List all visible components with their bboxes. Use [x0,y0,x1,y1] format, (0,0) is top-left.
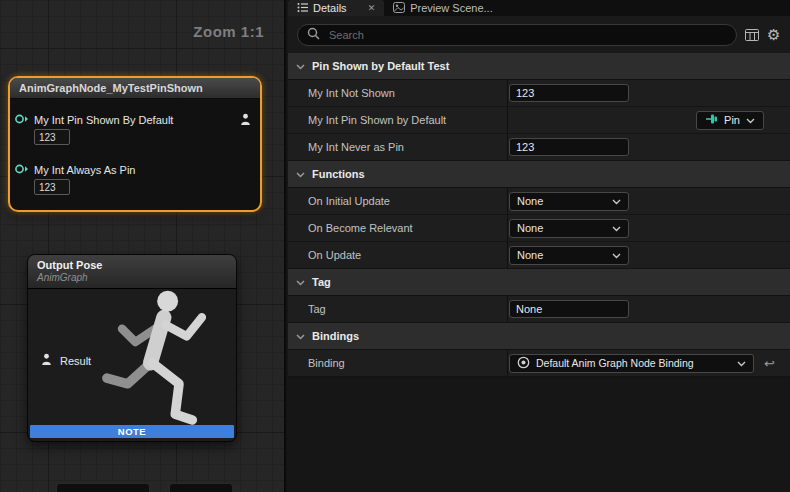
property-row-my-int-never-as-pin: My Int Never as Pin [288,134,790,161]
dropdown-value: None [517,222,606,234]
my-int-not-shown-input[interactable] [509,84,629,102]
property-row-binding: Binding Default Anim Graph Node Binding … [288,350,790,377]
int-pin-icon[interactable] [14,113,29,127]
property-row-my-int-not-shown: My Int Not Shown [288,80,790,107]
pin-label: My Int Pin Shown By Default [34,114,173,126]
property-label: On Become Relevant [288,222,507,234]
node-title[interactable]: AnimGraphNode_MyTestPinShown [10,78,260,99]
section-header-pin-test[interactable]: Pin Shown by Default Test [288,53,790,80]
tab-label: Details [313,2,347,14]
preview-scene-icon [393,2,405,15]
dropdown-value: None [517,249,606,261]
chevron-down-icon [746,114,755,126]
node-animgraphnode-mytestpinshown[interactable]: AnimGraphNode_MyTestPinShown My Int Pin … [8,76,262,212]
reset-to-default-icon[interactable]: ↩ [764,356,775,371]
partial-node[interactable] [56,483,150,492]
pin-button-label: Pin [724,114,740,126]
tab-label: Preview Scene... [410,2,493,14]
tab-details[interactable]: Details ✕ [288,0,384,16]
result-pin-row: Result [40,353,91,368]
on-update-dropdown[interactable]: None [509,246,629,265]
property-label: My Int Pin Shown by Default [288,114,507,126]
chevron-down-icon [296,276,305,288]
on-initial-update-dropdown[interactable]: None [509,192,629,211]
mannequin-figure [86,285,236,437]
chevron-down-icon [737,357,746,369]
property-row-tag: Tag [288,296,790,323]
property-label: Binding [288,357,507,369]
settings-gear-icon[interactable]: ⚙ [767,27,780,42]
pin-icon [705,113,718,127]
property-label: My Int Not Shown [288,87,507,99]
anim-graph-canvas[interactable]: Zoom 1:1 AnimGraphNode_MyTestPinShown My… [0,0,286,492]
search-toolbar: ⚙ [288,16,790,53]
zoom-level: Zoom 1:1 [193,23,264,40]
tag-input[interactable] [509,300,629,318]
search-input[interactable] [327,28,727,42]
close-icon[interactable]: ✕ [368,3,376,13]
chevron-down-icon [296,168,305,180]
tab-preview-scene[interactable]: Preview Scene... [384,0,502,16]
property-label: On Initial Update [288,195,507,207]
section-title: Pin Shown by Default Test [312,60,449,72]
tab-bar: Details ✕ Preview Scene... [288,0,790,16]
property-row-on-initial-update: On Initial Update None [288,188,790,215]
pin-row-always-as-pin: My Int Always As Pin [14,163,135,177]
section-header-bindings[interactable]: Bindings [288,323,790,350]
on-become-relevant-dropdown[interactable]: None [509,219,629,238]
binding-dropdown[interactable]: Default Anim Graph Node Binding [509,354,754,373]
property-row-on-update: On Update None [288,242,790,269]
details-panel: Details ✕ Preview Scene... ⚙ [288,0,790,492]
property-label: On Update [288,249,507,261]
my-int-never-as-pin-input[interactable] [509,138,629,156]
property-row-my-int-pin-shown-by-default: My Int Pin Shown by Default Pin [288,107,790,134]
binding-icon [517,356,530,371]
property-row-on-become-relevant: On Become Relevant None [288,215,790,242]
section-title: Bindings [312,330,359,342]
pin-row-shown-by-default: My Int Pin Shown By Default [14,113,173,127]
note-banner[interactable]: NOTE [30,425,234,438]
chevron-down-icon [612,249,621,261]
node-header[interactable]: Output Pose AnimGraph [28,255,236,289]
int-pin-icon[interactable] [14,163,29,177]
property-label: My Int Never as Pin [288,141,507,153]
section-header-functions[interactable]: Functions [288,161,790,188]
chevron-down-icon [612,195,621,207]
property-label: Tag [288,303,507,315]
pin-value-input[interactable] [34,129,70,145]
pose-result-pin-icon[interactable] [40,353,53,368]
section-title: Functions [312,168,365,180]
node-subtitle: AnimGraph [37,272,227,284]
dropdown-value: Default Anim Graph Node Binding [536,357,731,369]
dropdown-value: None [517,195,606,207]
display-filter-grid-icon[interactable] [745,29,759,41]
details-list-icon [297,2,308,15]
node-output-pose[interactable]: Output Pose AnimGraph Result NOTE [27,254,237,442]
pin-value-input[interactable] [34,179,70,195]
partial-node[interactable] [169,483,233,492]
pose-output-pin-icon[interactable] [239,112,252,130]
chevron-down-icon [612,222,621,234]
result-pin-label: Result [60,355,91,367]
pin-label: My Int Always As Pin [34,164,135,176]
chevron-down-icon [296,330,305,342]
section-header-tag[interactable]: Tag [288,269,790,296]
search-box[interactable] [297,24,737,46]
chevron-down-icon [296,60,305,72]
pin-dropdown-button[interactable]: Pin [696,111,764,130]
section-title: Tag [312,276,331,288]
node-title: Output Pose [37,259,227,272]
unreal-editor-window: Zoom 1:1 AnimGraphNode_MyTestPinShown My… [0,0,790,492]
search-icon [307,26,320,44]
